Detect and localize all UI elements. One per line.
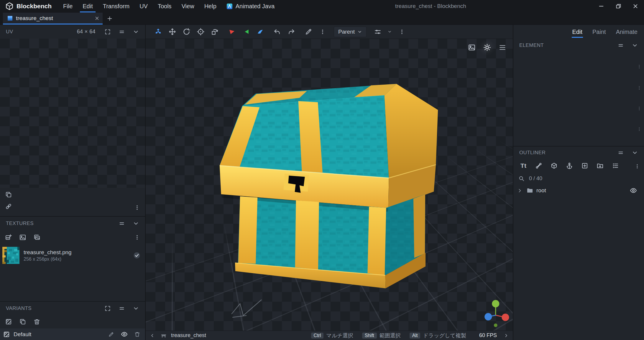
element-drag-kebab-icon[interactable]	[637, 64, 642, 70]
element-collapse-chevron-icon[interactable]	[630, 40, 640, 50]
axis-y-handle	[492, 300, 499, 307]
gizmo-tool-icon[interactable]	[152, 26, 164, 38]
uv-size-button[interactable]: 64 × 64	[77, 29, 96, 35]
textures-title: TEXTURES	[6, 221, 34, 226]
texture-list-item[interactable]: treasure_chest.png 256 x 256px (64x)	[0, 245, 145, 266]
outliner-collapse-chevron-icon[interactable]	[630, 148, 640, 158]
status-chevron-left-icon[interactable]	[149, 331, 156, 340]
pivot-tool-icon[interactable]	[195, 26, 206, 38]
variants-collapse-chevron-icon[interactable]	[131, 303, 141, 313]
edit-pen-icon[interactable]	[303, 26, 314, 38]
add-cube-icon[interactable]	[548, 160, 561, 172]
texture-check-circle-icon[interactable]	[133, 251, 141, 259]
collection-list-icon[interactable]	[609, 160, 622, 172]
viewport-column: Parent	[146, 25, 513, 340]
mirror-z-icon[interactable]	[254, 26, 266, 38]
duplicate-variant-icon[interactable]	[18, 317, 28, 327]
viewport-3d-canvas[interactable]	[146, 39, 513, 331]
menu-edit[interactable]: Edit	[78, 0, 98, 12]
add-variant-icon[interactable]	[4, 317, 14, 327]
variant-row-default[interactable]: Default	[0, 328, 145, 340]
align-options-icon[interactable]	[372, 26, 384, 38]
toolbar-more-kebab-icon[interactable]	[317, 26, 328, 38]
model-treasure-chest[interactable]	[220, 84, 438, 288]
lighting-sun-icon[interactable]	[481, 41, 493, 54]
texture-info: treasure_chest.png 256 x 256px (64x)	[24, 249, 72, 262]
textures-toolbar	[0, 230, 145, 245]
undo-icon[interactable]	[271, 26, 283, 38]
add-text-display-icon[interactable]: Tt	[517, 160, 530, 172]
rotate-tool-icon[interactable]	[180, 26, 192, 38]
redo-icon[interactable]	[285, 26, 297, 38]
variant-edit-pencil-icon[interactable]	[106, 329, 116, 339]
add-group-folder-icon[interactable]	[594, 160, 607, 172]
textures-more-kebab-icon[interactable]	[132, 232, 142, 242]
uv-link-icon[interactable]	[4, 201, 14, 211]
add-bone-icon[interactable]	[532, 160, 545, 172]
element-drag-kebab-icon[interactable]	[637, 106, 642, 111]
animated-java-icon	[226, 3, 233, 10]
outliner-search[interactable]: 0 / 40	[513, 173, 644, 184]
element-drag-kebab-icon[interactable]	[637, 85, 642, 91]
hint-dragduplicate-label: ドラッグして複製	[423, 332, 466, 339]
texture-gallery-icon[interactable]	[32, 232, 42, 242]
mirror-x-icon[interactable]	[226, 26, 238, 38]
variants-panel-menu-icon[interactable]	[117, 303, 127, 313]
element-panel-menu-icon[interactable]	[616, 40, 626, 50]
close-icon[interactable]	[627, 0, 644, 12]
create-texture-icon[interactable]	[4, 232, 14, 242]
import-texture-icon[interactable]	[18, 232, 28, 242]
parent-dropdown[interactable]: Parent	[334, 27, 367, 37]
root-visibility-eye-icon[interactable]	[630, 187, 637, 194]
mirror-y-icon[interactable]	[240, 26, 252, 38]
delete-variant-icon[interactable]	[32, 317, 42, 327]
menu-tools[interactable]: Tools	[153, 0, 177, 12]
variant-visibility-eye-icon[interactable]	[119, 329, 129, 339]
outliner-panel-header: OUTLINER	[513, 146, 644, 159]
menu-file[interactable]: File	[58, 0, 78, 12]
menu-help[interactable]: Help	[199, 0, 221, 12]
expand-chevron-right-icon[interactable]	[516, 185, 523, 196]
uv-panel-header: UV 64 × 64	[0, 25, 145, 39]
variants-fullscreen-icon[interactable]	[103, 303, 113, 313]
tab-close-icon[interactable]	[94, 16, 100, 21]
outliner-root-row[interactable]: root	[513, 184, 644, 197]
variant-delete-trash-icon[interactable]	[132, 329, 142, 339]
rotate-view-tool-icon[interactable]	[209, 26, 221, 38]
mode-tab-edit[interactable]: Edit	[572, 25, 582, 39]
viewport-menu-icon[interactable]	[496, 41, 509, 54]
textures-panel-menu-icon[interactable]	[117, 219, 127, 229]
parent-dropdown-label: Parent	[338, 29, 355, 35]
toolbar-end-kebab-icon[interactable]	[396, 26, 408, 38]
axis-z-handle	[484, 313, 492, 320]
tab-treasure-chest[interactable]: treasure_chest	[3, 13, 103, 24]
status-chevron-right-icon[interactable]	[502, 331, 510, 340]
uv-editor-canvas[interactable]	[0, 39, 145, 188]
uv-collapse-chevron-icon[interactable]	[131, 27, 141, 37]
axis-gizmo[interactable]	[484, 300, 509, 327]
uv-fullscreen-icon[interactable]	[103, 27, 113, 37]
menu-transform[interactable]: Transform	[98, 0, 134, 12]
uv-copy-icon[interactable]	[4, 190, 14, 200]
uv-more-kebab-icon[interactable]	[132, 203, 142, 213]
restore-icon[interactable]	[610, 0, 627, 12]
variants-toolbar	[0, 315, 145, 328]
add-anchor-icon[interactable]	[563, 160, 576, 172]
add-item-display-icon[interactable]	[578, 160, 591, 172]
uv-panel-menu-icon[interactable]	[117, 27, 127, 37]
align-chevron-down-icon[interactable]	[386, 26, 394, 38]
outliner-panel-menu-icon[interactable]	[616, 148, 626, 158]
outliner-more-kebab-icon[interactable]	[632, 161, 642, 171]
mode-tab-animate[interactable]: Animate	[616, 25, 638, 39]
background-image-icon[interactable]	[466, 41, 478, 54]
move-tool-icon[interactable]	[166, 26, 178, 38]
element-drag-kebab-icon[interactable]	[637, 126, 642, 132]
new-tab-button[interactable]	[103, 13, 117, 24]
variant-name: Default	[14, 331, 31, 338]
minimize-icon[interactable]	[593, 0, 610, 12]
menu-uv[interactable]: UV	[134, 0, 153, 12]
textures-collapse-chevron-icon[interactable]	[131, 219, 141, 229]
menu-animated-java[interactable]: Animated Java	[221, 0, 279, 12]
mode-tab-paint[interactable]: Paint	[592, 25, 606, 39]
menu-view[interactable]: View	[177, 0, 199, 12]
